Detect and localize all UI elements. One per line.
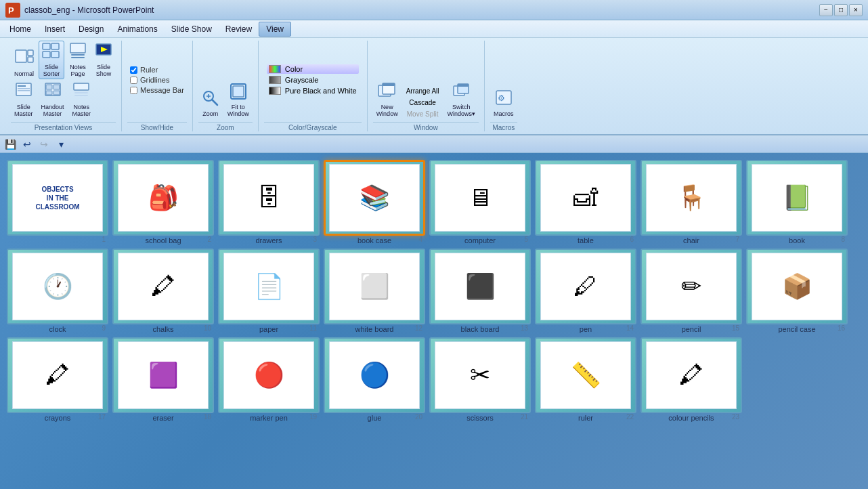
undo-button[interactable]: ↩: [20, 137, 35, 152]
slide-item-9[interactable]: 🕐 clock 9: [7, 249, 108, 333]
slide-sorter-button[interactable]: SlideSorter: [39, 41, 64, 79]
svg-rect-6: [51, 43, 59, 49]
slide-thumb-9[interactable]: 🕐: [7, 249, 108, 324]
slide-thumb-3[interactable]: 🗄: [218, 160, 320, 236]
svg-rect-16: [18, 88, 30, 89]
slide-item-17[interactable]: 🖍 crayons 17: [7, 337, 108, 422]
slide-thumb-18[interactable]: 🟪: [112, 337, 214, 413]
slide-item-13[interactable]: ⬛ black board 13: [429, 249, 531, 333]
menu-review[interactable]: Review: [219, 22, 259, 36]
slide-item-3[interactable]: 🗄 drawers 3: [218, 160, 320, 244]
redo-button: ↪: [37, 137, 51, 152]
menu-animations[interactable]: Animations: [110, 22, 164, 36]
save-button[interactable]: 💾: [3, 137, 18, 152]
slide-show-button[interactable]: SlideShow: [91, 41, 116, 79]
menu-slideshow[interactable]: Slide Show: [165, 22, 219, 36]
messagebar-checkbox[interactable]: [130, 87, 137, 94]
slide-thumb-14[interactable]: 🖊: [535, 249, 636, 324]
macros-button[interactable]: ⚙ Macros: [490, 87, 517, 119]
pure-bw-option[interactable]: Pure Black and White: [267, 86, 359, 95]
menu-home[interactable]: Home: [3, 22, 38, 36]
slide-item-15[interactable]: ✏ pencil 15: [641, 249, 742, 333]
notes-page-button[interactable]: NotesPage: [66, 41, 90, 79]
slide-item-14[interactable]: 🖊 pen 14: [535, 249, 636, 333]
more-qa-button[interactable]: ▾: [53, 137, 68, 152]
handout-master-button[interactable]: HandoutMaster: [38, 81, 68, 119]
slide-item-11[interactable]: 📄 paper 11: [218, 249, 320, 333]
slide-item-16[interactable]: 📦 pencil case 16: [746, 249, 848, 333]
slide-item-7[interactable]: 🪑 chair 7: [641, 160, 742, 244]
slide-item-12[interactable]: ⬜ white board 12: [324, 249, 425, 333]
slide-thumb-21[interactable]: ✂: [429, 337, 531, 413]
slide-item-21[interactable]: ✂ scissors 21: [429, 337, 531, 422]
grayscale-label: Grayscale: [285, 76, 319, 84]
slide-thumb-11[interactable]: 📄: [218, 249, 320, 324]
slide-thumb-19[interactable]: 🔴: [218, 337, 320, 413]
slide-label-11: paper: [218, 325, 320, 333]
presentation-views-label: Presentation Views: [11, 122, 116, 131]
restore-button[interactable]: □: [834, 4, 848, 16]
messagebar-check[interactable]: Message Bar: [130, 86, 184, 94]
slide-thumb-8[interactable]: 📗: [746, 160, 848, 236]
slide-item-4[interactable]: 📚 book case 4: [324, 160, 425, 244]
slide-item-5[interactable]: 🖥 computer 5: [429, 160, 531, 244]
slide-thumb-6[interactable]: 🛋: [535, 160, 636, 236]
slide-item-23[interactable]: 🖍 colour pencils 23: [641, 337, 742, 422]
slide-thumb-5[interactable]: 🖥: [429, 160, 531, 236]
ruler-checkbox[interactable]: [130, 66, 137, 74]
slide-thumb-15[interactable]: ✏: [641, 249, 742, 324]
slide-master-button[interactable]: SlideMaster: [11, 81, 37, 119]
gridlines-check[interactable]: Gridlines: [130, 76, 184, 84]
switch-windows-button[interactable]: SwitchWindows▾: [444, 81, 479, 119]
zoom-icon: [202, 89, 219, 110]
cascade-button[interactable]: Cascade: [403, 98, 443, 108]
slides-grid: OBJECTSIN THECLASSROOM 1 🎒 school bag 2 …: [7, 160, 861, 422]
slide-thumb-12[interactable]: ⬜: [324, 249, 425, 324]
slide-thumb-16[interactable]: 📦: [746, 249, 848, 324]
fit-to-window-button[interactable]: Fit toWindow: [224, 81, 253, 119]
color-option[interactable]: Color: [267, 64, 359, 74]
slide-label-7: chair: [641, 236, 742, 244]
slide-item-8[interactable]: 📗 book 8: [746, 160, 848, 244]
slide-thumb-23[interactable]: 🖍: [641, 337, 742, 413]
window-controls[interactable]: − □ ×: [819, 4, 863, 16]
svg-text:P: P: [8, 5, 14, 16]
ruler-check[interactable]: Ruler: [130, 66, 184, 74]
slide-item-10[interactable]: 🖍 chalks 10: [112, 249, 214, 333]
slide-thumb-2[interactable]: 🎒: [112, 160, 214, 236]
menu-design[interactable]: Design: [72, 22, 110, 36]
slide-thumb-17[interactable]: 🖍: [7, 337, 108, 413]
slide-item-18[interactable]: 🟪 eraser 18: [112, 337, 214, 422]
slide-thumb-10[interactable]: 🖍: [112, 249, 214, 324]
slide-thumb-13[interactable]: ⬛: [429, 249, 531, 324]
slide-item-1[interactable]: OBJECTSIN THECLASSROOM 1: [7, 160, 108, 244]
menu-insert[interactable]: Insert: [38, 22, 72, 36]
gridlines-checkbox[interactable]: [130, 77, 137, 84]
grayscale-option[interactable]: Grayscale: [267, 75, 359, 85]
slide-item-2[interactable]: 🎒 school bag 2: [112, 160, 214, 244]
slide-thumb-20[interactable]: 🔵: [324, 337, 425, 413]
slide-number-14: 14: [626, 324, 634, 332]
slide-thumb-7[interactable]: 🪑: [641, 160, 742, 236]
notes-master-button[interactable]: NotesMaster: [69, 81, 95, 119]
slide-label-8: book: [746, 236, 848, 244]
close-button[interactable]: ×: [849, 4, 863, 16]
zoom-buttons: Zoom Fit toWindow: [198, 41, 253, 121]
slide-thumb-1[interactable]: OBJECTSIN THECLASSROOM: [7, 160, 108, 236]
slide-item-20[interactable]: 🔵 glue 20: [324, 337, 425, 422]
slide-thumb-22[interactable]: 📏: [535, 337, 636, 413]
title-bar: P classob_eng - Microsoft PowerPoint − □…: [0, 0, 868, 20]
minimize-button[interactable]: −: [819, 4, 833, 16]
color-label: Color: [285, 65, 303, 73]
slide-thumb-4[interactable]: 📚: [324, 160, 425, 236]
slide-item-19[interactable]: 🔴 marker pen 19: [218, 337, 320, 422]
normal-view-button[interactable]: Normal: [11, 47, 37, 79]
master-view-buttons: SlideMaster HandoutMaster: [11, 81, 116, 121]
menu-view[interactable]: View: [259, 22, 291, 37]
move-split-button[interactable]: Move Split: [403, 109, 443, 119]
slide-item-6[interactable]: 🛋 table 6: [535, 160, 636, 244]
arrange-all-button[interactable]: Arrange All: [403, 86, 443, 96]
zoom-button[interactable]: Zoom: [198, 87, 223, 119]
new-window-button[interactable]: NewWindow: [373, 81, 402, 119]
slide-item-22[interactable]: 📏 ruler 22: [535, 337, 636, 422]
